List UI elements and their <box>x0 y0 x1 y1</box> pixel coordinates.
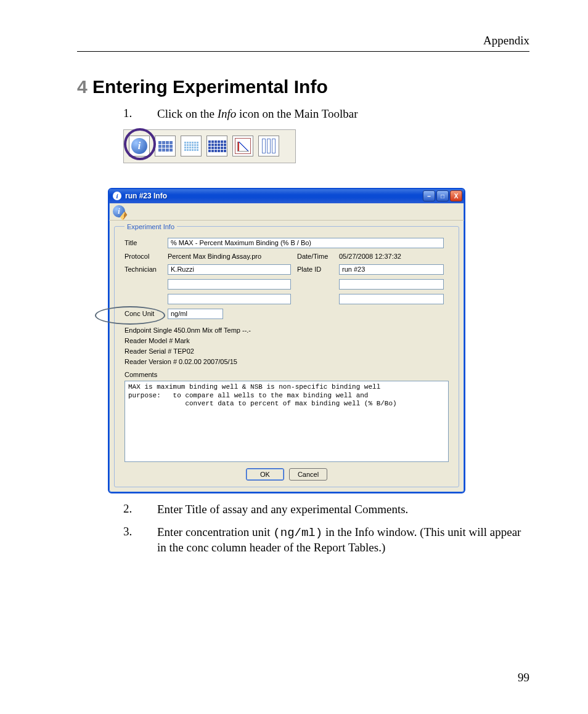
extra-left-1-input[interactable] <box>168 279 291 290</box>
titlebar-info-icon: i <box>113 192 121 200</box>
label-comments: Comments <box>125 371 449 378</box>
experiment-info-group: Experiment Info Title Protocol Percent M… <box>114 223 459 487</box>
status-line-4: Reader Version # 0.02.00 2007/05/15 <box>125 357 449 367</box>
status-line-3: Reader Serial # TEP02 <box>125 346 449 357</box>
grid-dense-icon[interactable] <box>206 136 227 156</box>
page-header: Appendix <box>77 34 529 52</box>
status-lines: Endpoint Single 450.0nm Mix off Temp --.… <box>125 325 449 367</box>
step-3: 3. Enter concentration unit (ng/ml) in t… <box>123 525 529 556</box>
maximize-button[interactable]: □ <box>436 190 449 201</box>
title-input[interactable] <box>168 238 444 248</box>
chart-icon[interactable] <box>232 136 253 156</box>
window-title: run #23 Info <box>125 192 167 200</box>
page-number: 99 <box>518 671 529 684</box>
label-protocol: Protocol <box>125 253 161 260</box>
label-conc-unit: Conc Unit <box>125 310 161 317</box>
step-number: 1. <box>123 107 157 122</box>
dialog-toolbar: i <box>109 203 464 221</box>
label-title: Title <box>125 239 161 246</box>
info-dialog: i run #23 Info – □ X i Experiment Info T… <box>108 188 465 493</box>
close-button[interactable]: X <box>450 190 462 201</box>
label-plate-id: Plate ID <box>297 266 333 273</box>
grid-light-icon[interactable] <box>181 136 202 156</box>
plate-id-input[interactable] <box>339 264 444 275</box>
extra-left-2-input[interactable] <box>168 294 291 304</box>
step-text: Enter concentration unit (ng/ml) in the … <box>157 525 529 556</box>
extra-right-2-input[interactable] <box>339 294 444 304</box>
step-number: 3. <box>123 525 157 556</box>
label-technician: Technician <box>125 266 161 273</box>
value-protocol: Percent Max Binding Assay.pro <box>168 253 291 260</box>
section-number: 4 <box>77 76 88 97</box>
highlight-ring <box>124 128 156 160</box>
conc-unit-input[interactable] <box>168 309 223 319</box>
extra-right-1-input[interactable] <box>339 279 444 290</box>
cancel-button[interactable]: Cancel <box>289 468 327 481</box>
step-text: Click on the Info icon on the Main Toolb… <box>157 107 529 122</box>
columns-icon[interactable] <box>258 136 279 156</box>
status-line-1: Endpoint Single 450.0nm Mix off Temp --.… <box>125 325 449 336</box>
status-line-2: Reader Model # Mark <box>125 336 449 346</box>
titlebar[interactable]: i run #23 Info – □ X <box>109 189 464 203</box>
comments-textarea[interactable] <box>125 381 449 462</box>
step-2: 2. Enter Title of assay and any experime… <box>123 502 529 517</box>
technician-input[interactable] <box>168 264 291 275</box>
step-number: 2. <box>123 502 157 517</box>
label-datetime: Date/Time <box>297 253 333 260</box>
section-heading: Entering Experimental Info <box>92 76 328 97</box>
minimize-button[interactable]: – <box>423 190 435 201</box>
ok-button[interactable]: OK <box>246 468 284 481</box>
group-legend: Experiment Info <box>125 223 177 230</box>
grid-basic-icon[interactable] <box>155 136 176 156</box>
edit-info-icon[interactable]: i <box>113 205 125 217</box>
header-section: Appendix <box>483 34 529 47</box>
value-datetime: 05/27/2008 12:37:32 <box>339 253 444 260</box>
section-title: 4 Entering Experimental Info <box>77 76 529 97</box>
step-1: 1. Click on the Info icon on the Main To… <box>123 107 529 122</box>
step-text: Enter Title of assay and any experimenta… <box>157 502 529 517</box>
main-toolbar-figure: i <box>123 129 296 163</box>
